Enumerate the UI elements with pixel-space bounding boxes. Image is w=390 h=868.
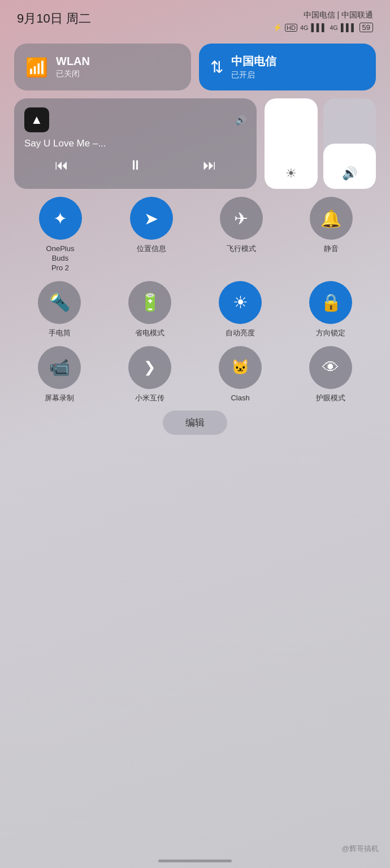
screen-record-icon: 📹 (49, 357, 70, 377)
media-app-icon: ▲ (24, 107, 49, 132)
bluetooth-label: OnePlus BudsPro 2 (38, 244, 83, 273)
mi-share-icon: ❯ (144, 359, 156, 376)
status-icons: ⚡ HD 4G ▌▌▌ 4G ▌▌▌ 59 (273, 23, 373, 32)
wlan-tile[interactable]: 📶 WLAN 已关闭 (14, 44, 191, 90)
auto-brightness-icon: ☀ (233, 292, 248, 312)
status-date: 9月10日 周二 (17, 10, 91, 27)
next-button[interactable]: ⏭ (203, 157, 216, 173)
rotation-lock-icon: 🔒 (320, 292, 341, 312)
wlan-title: WLAN (56, 55, 90, 68)
edit-button[interactable]: 编辑 (163, 411, 227, 435)
airplane-button[interactable]: ✈ (220, 197, 263, 240)
carrier-text: 中国电信 | 中国联通 (304, 10, 373, 20)
wlan-subtitle: 已关闭 (56, 69, 90, 79)
prev-button[interactable]: ⏮ (55, 157, 68, 173)
location-toggle: ➤ 位置信息 (130, 197, 173, 273)
flashlight-label: 手电筒 (49, 329, 71, 338)
bell-icon: 🔔 (320, 209, 341, 228)
mi-share-toggle: ❯ 小米互传 (128, 346, 171, 403)
signal-icon: ⇅ (210, 58, 223, 76)
media-tile[interactable]: ▲ 🔊 Say U Love Me –... ⏮ ⏸ ⏭ (14, 98, 257, 189)
clash-label: Clash (231, 394, 249, 403)
eye-care-button[interactable]: 👁 (309, 346, 352, 389)
airplane-toggle: ✈ 飞行模式 (220, 197, 263, 273)
wifi-icon: 📶 (25, 57, 48, 78)
location-label: 位置信息 (137, 244, 166, 254)
eye-icon: 👁 (322, 358, 339, 377)
bluetooth-status-icon: ⚡ (273, 23, 282, 32)
battery-save-toggle: 🔋 省电模式 (128, 281, 171, 338)
screen-record-button[interactable]: 📹 (38, 346, 81, 389)
silent-button[interactable]: 🔔 (310, 197, 353, 240)
clash-toggle: 🐱 Clash (219, 346, 262, 403)
battery-save-button[interactable]: 🔋 (128, 281, 171, 324)
location-icon: ➤ (144, 209, 158, 228)
battery-save-label: 省电模式 (135, 329, 164, 338)
auto-brightness-button[interactable]: ☀ (219, 281, 262, 324)
rotation-lock-toggle: 🔒 方向锁定 (309, 281, 352, 338)
auto-brightness-label: 自动亮度 (226, 329, 255, 338)
volume-slider[interactable]: 🔊 (323, 98, 376, 189)
location-button[interactable]: ➤ (130, 197, 173, 240)
telecom-subtitle: 已开启 (231, 70, 276, 80)
bluetooth-button[interactable]: ✦ (39, 197, 82, 240)
rotation-lock-label: 方向锁定 (316, 329, 345, 338)
toggles-row-1: ✦ OnePlus BudsPro 2 ➤ 位置信息 ✈ 飞行模式 🔔 静音 (14, 197, 376, 273)
hd-icon: HD (285, 24, 297, 32)
control-center: 📶 WLAN 已关闭 ⇅ 中国电信 已开启 ▲ 🔊 Say U Love Me … (0, 38, 390, 446)
clash-icon: 🐱 (231, 359, 249, 376)
status-right: 中国电信 | 中国联通 ⚡ HD 4G ▌▌▌ 4G ▌▌▌ 59 (273, 10, 373, 32)
signal2-icon: ▌▌▌ (341, 23, 357, 32)
silent-toggle: 🔔 静音 (310, 197, 353, 273)
silent-label: 静音 (324, 244, 339, 254)
eye-care-toggle: 👁 护眼模式 (309, 346, 352, 403)
screen-record-toggle: 📹 屏幕录制 (38, 346, 81, 403)
auto-brightness-toggle: ☀ 自动亮度 (219, 281, 262, 338)
home-indicator (158, 860, 232, 862)
flashlight-button[interactable]: 🔦 (38, 281, 81, 324)
audio-output-icon: 🔊 (235, 115, 246, 126)
signal1-icon: ▌▌▌ (311, 23, 327, 32)
airplane-icon: ✈ (234, 209, 248, 228)
battery-save-icon: 🔋 (140, 292, 161, 312)
telecom-tile[interactable]: ⇅ 中国电信 已开启 (199, 44, 376, 90)
rotation-lock-button[interactable]: 🔒 (309, 281, 352, 324)
eye-care-label: 护眼模式 (316, 394, 345, 403)
brightness-slider[interactable]: ☀ (265, 98, 317, 189)
volume-icon: 🔊 (342, 166, 357, 181)
brightness-icon: ☀ (285, 166, 297, 181)
watermark: @辉哥搞机 (342, 844, 379, 854)
edit-section: 编辑 (14, 411, 376, 435)
toggles-row-3: 📹 屏幕录制 ❯ 小米互传 🐱 Clash 👁 护眼模式 (14, 346, 376, 403)
bluetooth-toggle: ✦ OnePlus BudsPro 2 (38, 197, 83, 273)
sliders-col: ☀ 🔊 (265, 98, 376, 189)
airplane-label: 飞行模式 (227, 244, 256, 254)
flashlight-toggle: 🔦 手电筒 (38, 281, 81, 338)
toggles-row-2: 🔦 手电筒 🔋 省电模式 ☀ 自动亮度 🔒 方向锁定 (14, 281, 376, 338)
4g-icon: 4G (300, 24, 309, 31)
media-song-title: Say U Love Me –... (24, 138, 246, 149)
mi-share-button[interactable]: ❯ (128, 346, 171, 389)
status-bar: 9月10日 周二 中国电信 | 中国联通 ⚡ HD 4G ▌▌▌ 4G ▌▌▌ … (0, 0, 390, 38)
media-controls: ⏮ ⏸ ⏭ (24, 157, 246, 173)
telecom-title: 中国电信 (231, 54, 276, 69)
screen-record-label: 屏幕录制 (45, 394, 74, 403)
media-row: ▲ 🔊 Say U Love Me –... ⏮ ⏸ ⏭ ☀ 🔊 (14, 98, 376, 189)
top-row: 📶 WLAN 已关闭 ⇅ 中国电信 已开启 (14, 44, 376, 90)
flashlight-icon: 🔦 (49, 292, 70, 312)
4g2-icon: 4G (330, 24, 338, 31)
mi-share-label: 小米互传 (135, 394, 164, 403)
battery-icon: 59 (359, 23, 373, 32)
pause-button[interactable]: ⏸ (129, 157, 142, 173)
bluetooth-icon: ✦ (53, 209, 67, 228)
clash-button[interactable]: 🐱 (219, 346, 262, 389)
